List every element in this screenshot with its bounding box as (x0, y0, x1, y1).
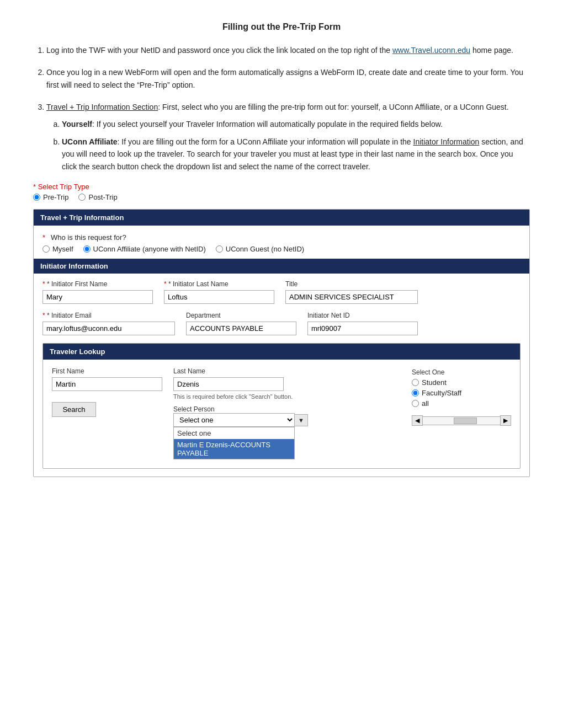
radio-all-label: all (422, 399, 429, 408)
initiator-last-name-field: * * Initiator Last Name (164, 280, 274, 304)
select-one-group: Select One Student Faculty/Staff (412, 368, 511, 408)
initiator-header: Initiator Information (34, 259, 529, 274)
traveler-last-name-hint: This is required before click "Search" b… (173, 393, 401, 400)
request-for-label: * (43, 233, 45, 242)
subitem-b-text: : If you are filling out the form for a … (118, 137, 413, 146)
dropdown-option-martin[interactable]: Martin E Dzenis-ACCOUNTS PAYABLE (174, 439, 294, 459)
initiator-title-input[interactable] (285, 290, 418, 304)
radio-uconn-affiliate-input[interactable] (83, 245, 91, 253)
select-person-area: Select Person Select one Martin E Dzenis… (173, 403, 401, 459)
select-person-select[interactable]: Select one Martin E Dzenis-ACCOUNTS PAYA… (173, 413, 295, 427)
subitem-a-text: : If you select yourself your Traveler I… (92, 120, 443, 129)
initiator-department-label: Department (186, 312, 296, 319)
instructions-list: Log into the TWF with your NetID and pas… (46, 44, 530, 173)
scroll-right-button[interactable]: ▶ (500, 415, 511, 426)
instruction-3-title: Travel + Trip Information Section (46, 103, 158, 111)
instruction-2-text: Once you log in a new WebForm will open … (46, 68, 523, 89)
traveler-lookup-section: Traveler Lookup First Name Search (43, 343, 520, 469)
dropdown-arrow-icon[interactable]: ▼ (295, 414, 308, 426)
instruction-1-text-before: Log into the TWF with your NetID and pas… (46, 46, 392, 55)
initiator-row-1: * * Initiator First Name * * Initiator L… (43, 280, 520, 304)
select-person-dropdown-row: Select one Martin E Dzenis-ACCOUNTS PAYA… (173, 413, 401, 427)
radio-faculty-staff[interactable]: Faculty/Staff (412, 389, 511, 397)
trip-type-section: * Select Trip Type Pre-Trip Post-Trip (33, 183, 530, 201)
search-button-container: Search (52, 397, 162, 417)
traveler-lookup-body: First Name Search Last Name This is requ… (43, 360, 520, 468)
initiator-first-name-input[interactable] (43, 290, 153, 304)
scroll-thumb (454, 417, 477, 424)
dropdown-list: Select one Martin E Dzenis-ACCOUNTS PAYA… (173, 427, 295, 459)
radio-uconn-guest-label: UConn Guest (no NetID) (226, 245, 304, 253)
initiator-row-2: * * Initiator Email Department Initiator… (43, 312, 520, 335)
radio-pre-trip[interactable]: Pre-Trip (33, 193, 68, 201)
initiator-title-label: Title (285, 280, 418, 288)
instruction-3-text: : First, select who you are filling the … (158, 103, 508, 111)
initiator-department-field: Department (186, 312, 296, 335)
request-for-row: * Who is this request for? (43, 233, 520, 242)
traveler-first-name-label: First Name (52, 367, 162, 375)
radio-myself[interactable]: Myself (43, 245, 73, 253)
traveler-right: Select One Student Faculty/Staff (412, 367, 511, 426)
radio-student-input[interactable] (412, 379, 419, 386)
initiator-last-name-input[interactable] (164, 290, 274, 304)
dropdown-option-default[interactable]: Select one (174, 427, 294, 439)
initiator-netid-field: Initiator Net ID (307, 312, 418, 335)
traveler-row: First Name Search Last Name This is requ… (52, 367, 511, 459)
travel-trip-header: Travel + Trip Information (34, 210, 529, 226)
request-for-options: Myself UConn Affiliate (anyone with NetI… (43, 245, 520, 253)
travel-trip-body: * Who is this request for? Myself UConn … (34, 226, 529, 477)
instruction-1-text-after: home page. (470, 46, 513, 55)
radio-all[interactable]: all (412, 399, 511, 408)
radio-faculty-staff-label: Faculty/Staff (422, 389, 461, 397)
instruction-item-2: Once you log in a new WebForm will open … (46, 66, 530, 91)
initiator-last-name-label: * * Initiator Last Name (164, 280, 274, 288)
subitem-b-bold: UConn Affiliate (62, 137, 118, 146)
radio-pre-trip-label: Pre-Trip (43, 193, 68, 201)
traveler-lookup-header: Traveler Lookup (43, 344, 520, 360)
traveler-last-name-label: Last Name (173, 367, 401, 375)
radio-post-trip-label: Post-Trip (88, 193, 117, 201)
radio-uconn-affiliate-label: UConn Affiliate (anyone with NetID) (93, 245, 206, 253)
request-for-text: Who is this request for? (51, 233, 126, 242)
initiator-department-input[interactable] (186, 322, 296, 335)
radio-uconn-guest[interactable]: UConn Guest (no NetID) (216, 245, 304, 253)
initiator-title-field: Title (285, 280, 418, 304)
scroll-left-button[interactable]: ◀ (412, 415, 423, 426)
subitem-a: Yourself: If you select yourself your Tr… (62, 118, 530, 130)
trip-type-radio-group: Pre-Trip Post-Trip (33, 193, 530, 201)
traveler-first-name-input[interactable] (52, 377, 162, 391)
traveler-left: First Name Search (52, 367, 162, 417)
traveler-first-name-field: First Name (52, 367, 162, 391)
subitem-b-link: Initiator Information (413, 137, 480, 146)
scrollbar-row: ◀ ▶ (412, 415, 511, 426)
initiator-netid-input[interactable] (307, 322, 418, 335)
instruction-item-1: Log into the TWF with your NetID and pas… (46, 44, 530, 56)
scroll-track[interactable] (423, 416, 500, 425)
radio-all-input[interactable] (412, 400, 419, 407)
radio-myself-input[interactable] (43, 245, 50, 253)
radio-student-label: Student (422, 378, 447, 387)
radio-pre-trip-input[interactable] (33, 194, 40, 201)
initiator-netid-label: Initiator Net ID (307, 312, 418, 319)
radio-student[interactable]: Student (412, 378, 511, 387)
traveler-last-name-input[interactable] (173, 377, 284, 391)
search-button[interactable]: Search (52, 402, 96, 417)
instruction-item-3: Travel + Trip Information Section: First… (46, 101, 530, 173)
initiator-email-label: * * Initiator Email (43, 312, 175, 319)
radio-faculty-staff-input[interactable] (412, 389, 419, 397)
initiator-first-name-label: * * Initiator First Name (43, 280, 153, 288)
traveler-last-name-field: Last Name This is required before click … (173, 367, 401, 400)
select-person-label: Select Person (173, 405, 401, 413)
travel-link[interactable]: www.Travel.uconn.edu (392, 46, 470, 55)
travel-trip-section: Travel + Trip Information * Who is this … (33, 209, 530, 477)
initiator-email-field: * * Initiator Email (43, 312, 175, 335)
radio-uconn-affiliate[interactable]: UConn Affiliate (anyone with NetID) (83, 245, 206, 253)
radio-post-trip[interactable]: Post-Trip (78, 193, 117, 201)
radio-post-trip-input[interactable] (78, 194, 86, 201)
select-one-label: Select One (412, 368, 511, 376)
initiator-email-input[interactable] (43, 322, 175, 335)
subitem-b: UConn Affiliate: If you are filling out … (62, 136, 530, 173)
trip-type-label: * Select Trip Type (33, 183, 530, 191)
radio-uconn-guest-input[interactable] (216, 245, 223, 253)
initiator-first-name-field: * * Initiator First Name (43, 280, 153, 304)
